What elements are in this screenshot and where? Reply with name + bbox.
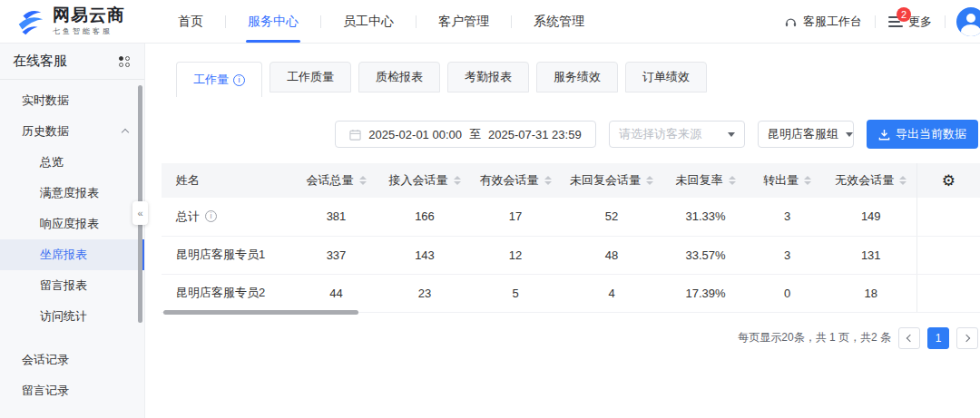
main-content: 工作量 i 工作质量 质检报表 考勤报表 服务绩效 订单绩效 2025-02-0… — [145, 44, 980, 418]
chevron-up-icon — [122, 129, 129, 136]
cell-invalid-sessions: 131 — [826, 236, 916, 274]
workbench-link[interactable]: 客服工作台 — [771, 0, 875, 43]
pagination-summary: 每页显示20条，共 1 页，共2 条 — [738, 330, 891, 345]
sidebar-item-visit-stats[interactable]: 访问统计 — [0, 301, 144, 332]
header-right: 客服工作台 2 更多 — [771, 0, 980, 43]
date-end-value: 2025-07-31 23:59 — [488, 128, 582, 141]
column-header-invalid-sessions: 无效会话量 — [826, 163, 916, 198]
sidebar-item-message-records[interactable]: 留言记录 — [0, 375, 144, 406]
sort-icon[interactable] — [544, 176, 552, 185]
nav-item-service-center[interactable]: 服务中心 — [226, 0, 320, 43]
pagination: 每页显示20条，共 1 页，共2 条 1 — [162, 327, 980, 349]
nav-item-customer-mgmt[interactable]: 客户管理 — [416, 0, 511, 43]
sort-icon[interactable] — [804, 176, 811, 185]
prev-page-button[interactable] — [898, 327, 920, 349]
table-row-agent-2: 昆明店客服专员2 44 23 5 4 17.39% 0 18 — [162, 274, 980, 312]
sort-icon[interactable] — [359, 176, 367, 185]
cell-transferred-out: 0 — [749, 274, 826, 312]
sidebar-item-agent-report[interactable]: 坐席报表 — [0, 239, 144, 270]
table-header-row: 姓名 会话总量 接入会话量 有效会话量 未回复会话量 未回复 — [162, 163, 980, 198]
column-settings: ⚙ — [916, 163, 980, 198]
sidebar-item-message-report[interactable]: 留言报表 — [0, 270, 144, 301]
gear-icon[interactable]: ⚙ — [942, 172, 956, 190]
workbench-label: 客服工作台 — [803, 14, 862, 30]
report-tabs: 工作量 i 工作质量 质检报表 考勤报表 服务绩效 订单绩效 — [176, 62, 980, 97]
cell-total-sessions: 337 — [293, 236, 379, 274]
column-header-accepted-sessions: 接入会话量 — [379, 163, 470, 198]
sort-icon[interactable] — [646, 176, 653, 185]
sort-icon[interactable] — [729, 176, 736, 185]
chevron-left-icon — [906, 334, 914, 341]
filter-bar: 2025-02-01 00:00 至 2025-07-31 23:59 请选择访… — [162, 120, 980, 149]
main-nav: 首页 服务中心 员工中心 客户管理 系统管理 — [156, 0, 606, 43]
tab-qc-report[interactable]: 质检报表 — [358, 62, 440, 92]
cell-unreplied-rate: 17.39% — [662, 274, 749, 312]
visitor-source-select[interactable]: 请选择访客来源 — [609, 121, 745, 148]
date-to-label: 至 — [469, 126, 481, 142]
date-start-value: 2025-02-01 00:00 — [368, 128, 462, 141]
visitor-source-placeholder: 请选择访客来源 — [619, 126, 701, 142]
divider — [945, 15, 946, 28]
cell-total-sessions: 44 — [293, 274, 379, 312]
cell-accepted-sessions: 166 — [379, 198, 470, 236]
tab-workload[interactable]: 工作量 i — [176, 62, 262, 97]
cell-valid-sessions: 12 — [470, 236, 561, 274]
agent-report-table: 姓名 会话总量 接入会话量 有效会话量 未回复会话量 未回复 — [162, 163, 980, 313]
cell-transferred-out: 3 — [749, 198, 826, 236]
table-row-agent-1: 昆明店客服专员1 337 143 12 48 33.57% 3 131 — [162, 236, 980, 274]
sidebar-item-response-report[interactable]: 响应度报表 — [0, 209, 144, 239]
sidebar-item-history-data[interactable]: 历史数据 — [0, 116, 144, 147]
sort-icon[interactable] — [454, 176, 461, 185]
logo-icon — [15, 6, 45, 37]
cell-accepted-sessions: 23 — [379, 274, 470, 312]
table-row-total: 总计 i 381 166 17 52 31.33% 3 149 — [162, 198, 980, 236]
nav-item-staff-center[interactable]: 员工中心 — [321, 0, 416, 43]
headset-icon — [784, 15, 798, 28]
cell-invalid-sessions: 149 — [826, 198, 916, 236]
user-avatar[interactable] — [956, 7, 980, 36]
sidebar-item-realtime-data[interactable]: 实时数据 — [0, 85, 144, 116]
sort-icon[interactable] — [899, 176, 906, 185]
service-group-select[interactable]: 昆明店客服组 — [758, 121, 854, 148]
cell-transferred-out: 3 — [749, 236, 826, 274]
export-button[interactable]: 导出当前数据 — [867, 120, 978, 149]
cell-total-sessions: 381 — [293, 198, 379, 236]
caret-down-icon — [728, 132, 735, 137]
logo[interactable]: 网易云商 七鱼智能客服 — [0, 6, 156, 37]
tab-attendance-report[interactable]: 考勤报表 — [447, 62, 529, 92]
sidebar-item-satisfaction-report[interactable]: 满意度报表 — [0, 178, 144, 209]
cell-unreplied-rate: 33.57% — [662, 236, 749, 274]
column-header-unreplied-sessions: 未回复会话量 — [561, 163, 662, 198]
more-menu[interactable]: 2 更多 — [876, 0, 945, 43]
page-number-button[interactable]: 1 — [927, 327, 949, 349]
cell-valid-sessions: 5 — [470, 274, 561, 312]
tab-work-quality[interactable]: 工作质量 — [270, 62, 351, 92]
calendar-icon — [349, 129, 361, 141]
apps-grid-icon[interactable] — [119, 56, 130, 67]
cell-invalid-sessions: 18 — [826, 274, 916, 312]
download-icon — [878, 129, 890, 141]
sidebar-item-overview[interactable]: 总览 — [0, 147, 144, 178]
sidebar-title: 在线客服 — [13, 53, 67, 70]
date-range-picker[interactable]: 2025-02-01 00:00 至 2025-07-31 23:59 — [335, 121, 596, 148]
sidebar-menu: 实时数据 历史数据 总览 满意度报表 响应度报表 坐席报表 留言报表 访问统计 … — [0, 80, 144, 406]
logo-title: 网易云商 — [53, 6, 125, 24]
nav-item-home[interactable]: 首页 — [156, 0, 225, 43]
notification-badge: 2 — [897, 7, 911, 22]
row-name: 总计 — [176, 209, 200, 225]
chevron-right-icon — [963, 334, 970, 341]
info-icon: i — [233, 74, 245, 86]
sidebar-collapse-button[interactable]: « — [132, 201, 148, 225]
column-header-transferred-out: 转出量 — [749, 163, 826, 198]
top-header: 网易云商 七鱼智能客服 首页 服务中心 员工中心 客户管理 系统管理 客服工作台… — [0, 0, 980, 44]
cell-unreplied-sessions: 48 — [561, 236, 662, 274]
info-icon[interactable]: i — [205, 210, 217, 222]
sidebar-item-session-records[interactable]: 会话记录 — [0, 345, 144, 375]
tab-order-performance[interactable]: 订单绩效 — [625, 62, 707, 92]
tab-service-performance[interactable]: 服务绩效 — [536, 62, 618, 92]
logo-subtitle: 七鱼智能客服 — [53, 26, 125, 36]
next-page-button[interactable] — [956, 327, 978, 349]
horizontal-scrollbar[interactable] — [163, 310, 358, 315]
nav-item-system-mgmt[interactable]: 系统管理 — [512, 0, 606, 43]
column-header-name: 姓名 — [162, 163, 293, 198]
